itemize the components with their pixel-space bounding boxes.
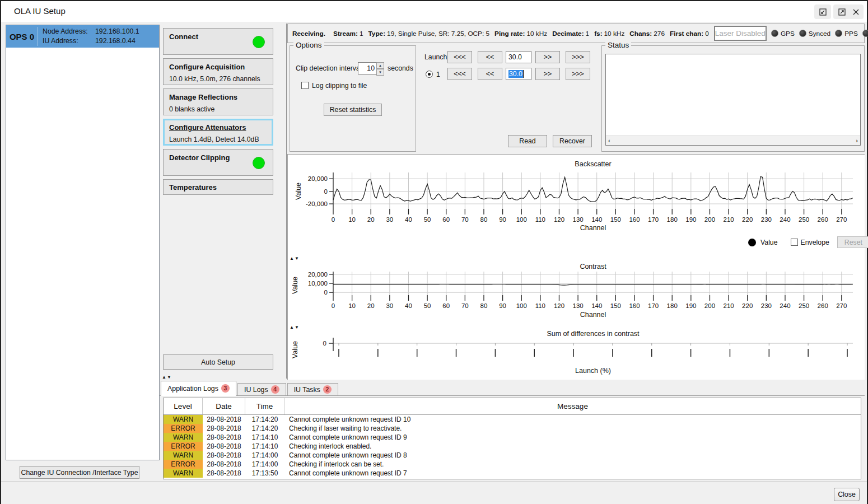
- detect-1-radio[interactable]: [426, 71, 433, 78]
- bottom-splitter-handle[interactable]: ▲▼: [162, 375, 172, 380]
- log-row[interactable]: WARN28-08-201817:14:10Cannot complete un…: [164, 433, 861, 442]
- log-row[interactable]: WARN28-08-201817:14:20Cannot complete un…: [164, 415, 861, 424]
- read-button[interactable]: Read: [508, 135, 547, 147]
- status-field: Ping rate:10 kHz: [494, 30, 547, 38]
- chart-legend: Value Envelope Reset: [748, 236, 868, 248]
- setup-button-title: Configure Acquisition: [169, 63, 267, 71]
- chart-reset-button[interactable]: Reset: [837, 236, 868, 248]
- node-list-item-ops0[interactable]: OPS 0 Node Address:192.168.100.1 IU Addr…: [6, 25, 159, 48]
- iu-address-value: 192.168.0.44: [95, 37, 136, 45]
- tab-iu-logs[interactable]: IU Logs4: [237, 383, 286, 395]
- log-row[interactable]: ERROR28-08-201817:14:10Checking interloc…: [164, 442, 861, 451]
- spinner-up-icon[interactable]: ▲: [376, 62, 384, 69]
- header-date: Date: [203, 398, 245, 414]
- svg-text:20: 20: [367, 216, 375, 223]
- close-window-icon[interactable]: [848, 4, 864, 19]
- status-field-value: 276: [654, 30, 665, 38]
- status-horizontal-scrollbar[interactable]: ‹ ›: [606, 136, 860, 145]
- contrast-chart-panel: Contrast Value 20,00010,0000010203040506…: [288, 260, 865, 325]
- svg-text:150: 150: [610, 216, 621, 223]
- tab-iu-tasks[interactable]: IU Tasks2: [287, 383, 338, 395]
- recover-button[interactable]: Recover: [553, 135, 592, 147]
- log-row[interactable]: WARN28-08-201817:14:00Cannot complete un…: [164, 451, 861, 460]
- detect-fast-down-button[interactable]: <<<: [447, 68, 472, 80]
- log-row[interactable]: ERROR28-08-201817:14:00Checking if inter…: [164, 460, 861, 469]
- backscatter-plot: 20,0000-20,00001020304050607080901001101…: [288, 155, 865, 227]
- launch-value-input[interactable]: 30.0: [506, 51, 531, 63]
- detect-value-input[interactable]: 30.0: [506, 68, 531, 80]
- log-row[interactable]: ERROR28-08-201817:14:20Checking if laser…: [164, 424, 861, 433]
- svg-text:150: 150: [610, 302, 621, 309]
- options-legend: Options: [293, 41, 324, 49]
- log-date: 28-08-2018: [203, 451, 245, 459]
- sum-plot: 0: [288, 328, 865, 363]
- indicator-label: Synced: [809, 30, 830, 38]
- svg-text:-20,000: -20,000: [306, 200, 328, 207]
- svg-text:10: 10: [348, 302, 356, 309]
- envelope-checkbox[interactable]: [791, 239, 798, 246]
- status-text-area[interactable]: ‹ ›: [605, 54, 861, 146]
- setup-button-configure-acquisition[interactable]: Configure Acquisition10.0 kHz, 5.0m, 276…: [163, 58, 273, 85]
- restore-window-icon[interactable]: [814, 4, 831, 19]
- green-status-icon: [253, 36, 265, 48]
- auto-setup-button[interactable]: Auto Setup: [163, 354, 273, 370]
- envelope-label: Envelope: [801, 239, 829, 246]
- svg-text:240: 240: [780, 302, 790, 309]
- status-fields: Stream:1Type:19, Single Pulse, SR: 7.25,…: [333, 30, 714, 38]
- setup-button-temperatures[interactable]: Temperatures: [163, 179, 273, 195]
- log-time: 17:14:20: [245, 424, 284, 432]
- setup-button-connect[interactable]: Connect: [163, 28, 273, 55]
- log-time: 17:13:50: [245, 469, 284, 477]
- clip-interval-spinner[interactable]: 10 ▲▼: [358, 62, 384, 74]
- charts-region: Backscatter Value 20,0000-20,00001020304…: [287, 154, 865, 380]
- log-row[interactable]: WARN28-08-201817:13:50Cannot complete un…: [164, 469, 861, 478]
- indicator-pps: PPS: [835, 30, 858, 38]
- scroll-right-icon[interactable]: ›: [856, 137, 858, 144]
- svg-text:270: 270: [836, 216, 847, 223]
- tab-application-logs[interactable]: Application Logs3: [161, 381, 236, 396]
- change-iu-connection-button[interactable]: Change IU Connection /Interface Type: [20, 466, 139, 479]
- close-button[interactable]: Close: [834, 488, 860, 501]
- launch-label: Launch: [424, 53, 447, 61]
- node-name: OPS 0: [6, 32, 38, 41]
- status-field-value: 1: [586, 30, 590, 38]
- log-date: 28-08-2018: [203, 424, 245, 432]
- setup-button-detector-clipping[interactable]: Detector Clipping: [163, 149, 273, 176]
- svg-text:220: 220: [742, 302, 753, 309]
- options-group: Options Clip detection interval 10 ▲▼ se…: [290, 45, 416, 152]
- svg-text:240: 240: [780, 216, 790, 223]
- status-field: Stream:1: [333, 30, 363, 38]
- launch-fast-down-button[interactable]: <<<: [447, 51, 472, 63]
- detect-fast-up-button[interactable]: >>>: [566, 68, 590, 80]
- svg-text:0: 0: [323, 340, 326, 347]
- green-status-icon: [253, 157, 265, 169]
- svg-text:70: 70: [461, 216, 469, 223]
- svg-text:10,000: 10,000: [308, 280, 328, 287]
- reset-statistics-button[interactable]: Reset statistics: [324, 104, 382, 116]
- detect-up-button[interactable]: >>: [535, 68, 560, 80]
- status-field: Chans:276: [629, 30, 665, 38]
- selected-text: 30.0: [508, 70, 524, 78]
- detect-down-button[interactable]: <<: [478, 68, 502, 80]
- log-message: Cannot complete unknown request ID 7: [284, 469, 861, 477]
- scroll-left-icon[interactable]: ‹: [608, 137, 610, 144]
- log-clipping-checkbox[interactable]: [301, 82, 309, 89]
- launch-up-button[interactable]: >>: [535, 51, 560, 63]
- launch-down-button[interactable]: <<: [478, 51, 502, 63]
- setup-button-configure-attenuators[interactable]: Configure AttenuatorsLaunch 1.4dB, Detec…: [163, 119, 273, 146]
- svg-text:230: 230: [761, 302, 772, 309]
- log-time: 17:14:00: [245, 460, 284, 468]
- backscatter-chart-panel: Backscatter Value 20,0000-20,00001020304…: [288, 155, 865, 256]
- setup-button-manage-reflections[interactable]: Manage Reflections0 blanks active: [163, 88, 273, 115]
- clip-interval-value[interactable]: 10: [358, 62, 376, 74]
- setup-button-subtitle: 0 blanks active: [169, 105, 267, 113]
- laser-disabled-button[interactable]: Laser Disabled: [714, 26, 767, 41]
- detect-1-label: 1: [436, 71, 440, 78]
- spinner-down-icon[interactable]: ▼: [376, 69, 384, 76]
- status-field-label: fs:: [594, 30, 602, 38]
- status-legend: Status: [605, 41, 631, 49]
- log-table: Level Date Time Message WARN28-08-201817…: [163, 398, 861, 479]
- svg-text:50: 50: [424, 216, 431, 223]
- svg-text:230: 230: [761, 216, 772, 223]
- launch-fast-up-button[interactable]: >>>: [566, 51, 590, 63]
